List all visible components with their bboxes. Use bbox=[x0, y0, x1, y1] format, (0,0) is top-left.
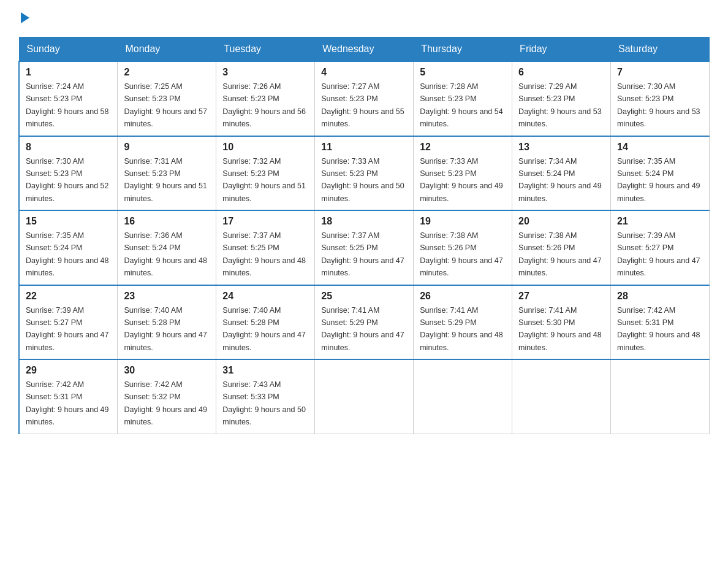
day-info: Sunrise: 7:33 AMSunset: 5:23 PMDaylight:… bbox=[321, 157, 404, 203]
day-number: 28 bbox=[617, 291, 703, 302]
calendar-day-cell: 5 Sunrise: 7:28 AMSunset: 5:23 PMDayligh… bbox=[414, 61, 512, 136]
calendar-day-cell: 4 Sunrise: 7:27 AMSunset: 5:23 PMDayligh… bbox=[315, 61, 414, 136]
calendar-day-cell bbox=[512, 359, 611, 434]
day-number: 6 bbox=[518, 67, 604, 78]
logo-blue-text bbox=[18, 12, 29, 25]
calendar-day-cell: 26 Sunrise: 7:41 AMSunset: 5:29 PMDaylig… bbox=[414, 285, 512, 360]
day-number: 31 bbox=[222, 365, 308, 376]
calendar-day-cell: 20 Sunrise: 7:38 AMSunset: 5:26 PMDaylig… bbox=[512, 210, 611, 285]
day-number: 20 bbox=[518, 216, 604, 227]
calendar-day-cell: 6 Sunrise: 7:29 AMSunset: 5:23 PMDayligh… bbox=[512, 61, 611, 136]
day-info: Sunrise: 7:42 AMSunset: 5:31 PMDaylight:… bbox=[26, 380, 109, 426]
day-number: 9 bbox=[124, 142, 210, 153]
day-number: 22 bbox=[26, 291, 111, 302]
logo bbox=[18, 12, 29, 25]
day-number: 24 bbox=[222, 291, 308, 302]
day-number: 17 bbox=[222, 216, 308, 227]
day-info: Sunrise: 7:26 AMSunset: 5:23 PMDaylight:… bbox=[222, 82, 306, 128]
calendar-day-cell: 24 Sunrise: 7:40 AMSunset: 5:28 PMDaylig… bbox=[216, 285, 315, 360]
day-info: Sunrise: 7:31 AMSunset: 5:23 PMDaylight:… bbox=[124, 157, 207, 203]
day-info: Sunrise: 7:37 AMSunset: 5:25 PMDaylight:… bbox=[321, 231, 404, 277]
day-number: 8 bbox=[26, 142, 111, 153]
day-info: Sunrise: 7:42 AMSunset: 5:31 PMDaylight:… bbox=[617, 306, 700, 352]
day-number: 15 bbox=[26, 216, 111, 227]
calendar-day-cell: 19 Sunrise: 7:38 AMSunset: 5:26 PMDaylig… bbox=[414, 210, 512, 285]
day-number: 13 bbox=[518, 142, 604, 153]
calendar-day-cell: 3 Sunrise: 7:26 AMSunset: 5:23 PMDayligh… bbox=[216, 61, 315, 136]
calendar-day-header: Monday bbox=[118, 37, 216, 62]
calendar-day-cell: 15 Sunrise: 7:35 AMSunset: 5:24 PMDaylig… bbox=[19, 210, 118, 285]
calendar-day-cell: 2 Sunrise: 7:25 AMSunset: 5:23 PMDayligh… bbox=[118, 61, 216, 136]
day-info: Sunrise: 7:39 AMSunset: 5:27 PMDaylight:… bbox=[26, 306, 109, 352]
calendar-day-cell: 12 Sunrise: 7:33 AMSunset: 5:23 PMDaylig… bbox=[414, 136, 512, 211]
day-info: Sunrise: 7:37 AMSunset: 5:25 PMDaylight:… bbox=[222, 231, 306, 277]
calendar-day-cell: 1 Sunrise: 7:24 AMSunset: 5:23 PMDayligh… bbox=[19, 61, 118, 136]
day-number: 4 bbox=[321, 67, 407, 78]
calendar-day-cell: 17 Sunrise: 7:37 AMSunset: 5:25 PMDaylig… bbox=[216, 210, 315, 285]
calendar-day-cell bbox=[414, 359, 512, 434]
day-number: 1 bbox=[26, 67, 111, 78]
calendar-week-row: 8 Sunrise: 7:30 AMSunset: 5:23 PMDayligh… bbox=[19, 136, 710, 211]
day-info: Sunrise: 7:32 AMSunset: 5:23 PMDaylight:… bbox=[222, 157, 306, 203]
day-info: Sunrise: 7:30 AMSunset: 5:23 PMDaylight:… bbox=[26, 157, 109, 203]
day-info: Sunrise: 7:34 AMSunset: 5:24 PMDaylight:… bbox=[518, 157, 602, 203]
day-info: Sunrise: 7:41 AMSunset: 5:29 PMDaylight:… bbox=[420, 306, 503, 352]
calendar-day-cell: 30 Sunrise: 7:42 AMSunset: 5:32 PMDaylig… bbox=[118, 359, 216, 434]
day-info: Sunrise: 7:39 AMSunset: 5:27 PMDaylight:… bbox=[617, 231, 700, 277]
day-info: Sunrise: 7:38 AMSunset: 5:26 PMDaylight:… bbox=[518, 231, 602, 277]
calendar-day-cell: 22 Sunrise: 7:39 AMSunset: 5:27 PMDaylig… bbox=[19, 285, 118, 360]
calendar-day-cell: 16 Sunrise: 7:36 AMSunset: 5:24 PMDaylig… bbox=[118, 210, 216, 285]
day-info: Sunrise: 7:29 AMSunset: 5:23 PMDaylight:… bbox=[518, 82, 602, 128]
day-number: 10 bbox=[222, 142, 308, 153]
day-info: Sunrise: 7:25 AMSunset: 5:23 PMDaylight:… bbox=[124, 82, 207, 128]
day-number: 18 bbox=[321, 216, 407, 227]
calendar-day-cell: 9 Sunrise: 7:31 AMSunset: 5:23 PMDayligh… bbox=[118, 136, 216, 211]
day-info: Sunrise: 7:30 AMSunset: 5:23 PMDaylight:… bbox=[617, 82, 700, 128]
day-number: 11 bbox=[321, 142, 407, 153]
day-number: 23 bbox=[124, 291, 210, 302]
day-info: Sunrise: 7:35 AMSunset: 5:24 PMDaylight:… bbox=[26, 231, 109, 277]
day-info: Sunrise: 7:35 AMSunset: 5:24 PMDaylight:… bbox=[617, 157, 700, 203]
day-info: Sunrise: 7:40 AMSunset: 5:28 PMDaylight:… bbox=[222, 306, 306, 352]
day-number: 14 bbox=[617, 142, 703, 153]
calendar-day-header: Saturday bbox=[611, 37, 710, 62]
calendar-day-cell bbox=[611, 359, 710, 434]
day-info: Sunrise: 7:33 AMSunset: 5:23 PMDaylight:… bbox=[420, 157, 503, 203]
day-info: Sunrise: 7:38 AMSunset: 5:26 PMDaylight:… bbox=[420, 231, 503, 277]
day-number: 21 bbox=[617, 216, 703, 227]
calendar-day-cell: 14 Sunrise: 7:35 AMSunset: 5:24 PMDaylig… bbox=[611, 136, 710, 211]
calendar-day-cell: 29 Sunrise: 7:42 AMSunset: 5:31 PMDaylig… bbox=[19, 359, 118, 434]
day-number: 12 bbox=[420, 142, 506, 153]
calendar-day-cell: 21 Sunrise: 7:39 AMSunset: 5:27 PMDaylig… bbox=[611, 210, 710, 285]
day-info: Sunrise: 7:41 AMSunset: 5:30 PMDaylight:… bbox=[518, 306, 602, 352]
calendar-day-header: Thursday bbox=[414, 37, 512, 62]
day-info: Sunrise: 7:36 AMSunset: 5:24 PMDaylight:… bbox=[124, 231, 207, 277]
calendar-week-row: 15 Sunrise: 7:35 AMSunset: 5:24 PMDaylig… bbox=[19, 210, 710, 285]
calendar-day-cell: 23 Sunrise: 7:40 AMSunset: 5:28 PMDaylig… bbox=[118, 285, 216, 360]
calendar-header-row: SundayMondayTuesdayWednesdayThursdayFrid… bbox=[19, 37, 710, 62]
calendar-day-cell bbox=[315, 359, 414, 434]
calendar-day-cell: 27 Sunrise: 7:41 AMSunset: 5:30 PMDaylig… bbox=[512, 285, 611, 360]
calendar-day-cell: 13 Sunrise: 7:34 AMSunset: 5:24 PMDaylig… bbox=[512, 136, 611, 211]
day-info: Sunrise: 7:40 AMSunset: 5:28 PMDaylight:… bbox=[124, 306, 207, 352]
day-info: Sunrise: 7:42 AMSunset: 5:32 PMDaylight:… bbox=[124, 380, 207, 426]
day-number: 16 bbox=[124, 216, 210, 227]
calendar-day-cell: 18 Sunrise: 7:37 AMSunset: 5:25 PMDaylig… bbox=[315, 210, 414, 285]
page-header bbox=[18, 12, 710, 25]
day-number: 29 bbox=[26, 365, 111, 376]
day-number: 2 bbox=[124, 67, 210, 78]
day-number: 7 bbox=[617, 67, 703, 78]
calendar-day-cell: 25 Sunrise: 7:41 AMSunset: 5:29 PMDaylig… bbox=[315, 285, 414, 360]
logo-triangle-icon bbox=[21, 12, 29, 23]
calendar-day-header: Friday bbox=[512, 37, 611, 62]
day-number: 30 bbox=[124, 365, 210, 376]
calendar-day-header: Sunday bbox=[19, 37, 118, 62]
calendar-day-header: Tuesday bbox=[216, 37, 315, 62]
day-info: Sunrise: 7:41 AMSunset: 5:29 PMDaylight:… bbox=[321, 306, 404, 352]
day-info: Sunrise: 7:27 AMSunset: 5:23 PMDaylight:… bbox=[321, 82, 404, 128]
calendar-week-row: 1 Sunrise: 7:24 AMSunset: 5:23 PMDayligh… bbox=[19, 61, 710, 136]
day-number: 25 bbox=[321, 291, 407, 302]
calendar-day-cell: 7 Sunrise: 7:30 AMSunset: 5:23 PMDayligh… bbox=[611, 61, 710, 136]
calendar-week-row: 22 Sunrise: 7:39 AMSunset: 5:27 PMDaylig… bbox=[19, 285, 710, 360]
day-number: 26 bbox=[420, 291, 506, 302]
